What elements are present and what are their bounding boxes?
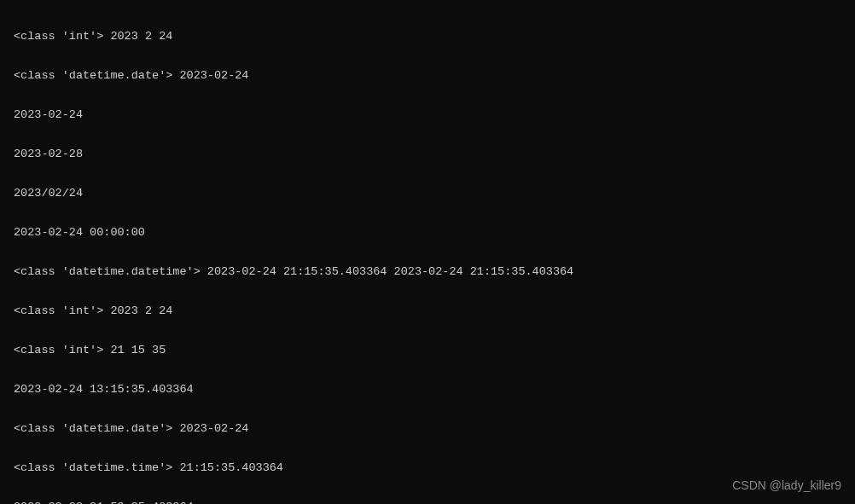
- output-line: 2023-02-24 13:15:35.403364: [14, 379, 841, 399]
- output-line: <class 'datetime.time'> 21:15:35.403364: [14, 458, 841, 478]
- output-line: 2023/02/24: [14, 183, 841, 203]
- output-line: <class 'int'> 2023 2 24: [14, 301, 841, 321]
- output-line: 2023-02-28 21:59:35.403364: [14, 497, 841, 504]
- output-line: 2023-02-24: [14, 105, 841, 125]
- terminal-output: <class 'int'> 2023 2 24 <class 'datetime…: [0, 0, 855, 504]
- output-line: <class 'int'> 2023 2 24: [14, 26, 841, 46]
- output-line: <class 'datetime.date'> 2023-02-24: [14, 419, 841, 438]
- output-line: 2023-02-24 00:00:00: [14, 223, 841, 242]
- output-line: <class 'int'> 21 15 35: [14, 340, 841, 360]
- output-line: <class 'datetime.date'> 2023-02-24: [14, 66, 841, 85]
- output-line: <class 'datetime.datetime'> 2023-02-24 2…: [14, 262, 841, 281]
- output-line: 2023-02-28: [14, 144, 841, 164]
- watermark-text: CSDN @lady_killer9: [732, 476, 841, 495]
